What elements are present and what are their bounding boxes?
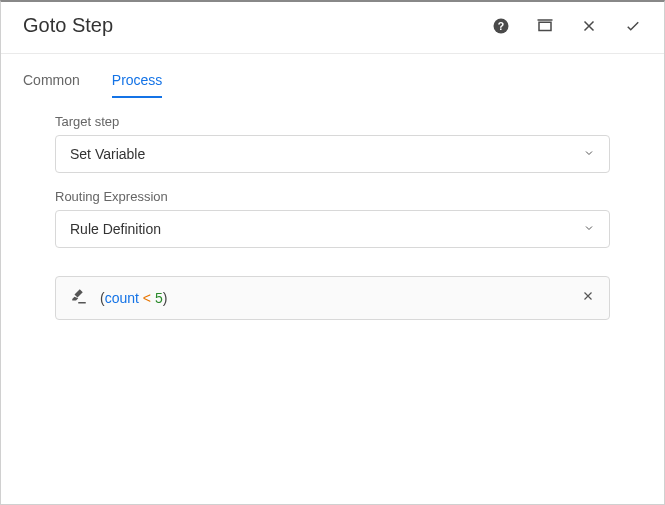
target-step-label: Target step: [55, 114, 610, 129]
chevron-down-icon: [583, 221, 595, 237]
svg-text:?: ?: [498, 19, 504, 31]
routing-expression-value: Rule Definition: [70, 221, 161, 237]
routing-expression-field: Routing Expression Rule Definition: [55, 189, 610, 248]
gavel-icon: [70, 287, 88, 309]
rule-operator: <: [143, 290, 151, 306]
routing-expression-dropdown[interactable]: Rule Definition: [55, 210, 610, 248]
rule-value: 5: [155, 290, 163, 306]
rule-row[interactable]: (count < 5): [55, 276, 610, 320]
rule-variable: count: [105, 290, 139, 306]
target-step-value: Set Variable: [70, 146, 145, 162]
help-icon[interactable]: ?: [492, 17, 510, 35]
tab-process[interactable]: Process: [112, 72, 163, 98]
rule-expression: (count < 5): [100, 290, 581, 306]
routing-expression-label: Routing Expression: [55, 189, 610, 204]
dialog-header: Goto Step ?: [1, 2, 664, 54]
tab-common[interactable]: Common: [23, 72, 80, 98]
chevron-down-icon: [583, 146, 595, 162]
target-step-dropdown[interactable]: Set Variable: [55, 135, 610, 173]
target-step-field: Target step Set Variable: [55, 114, 610, 173]
fullscreen-icon[interactable]: [536, 17, 554, 35]
content-area: Target step Set Variable Routing Express…: [1, 98, 664, 320]
rule-close-paren: ): [163, 290, 168, 306]
dialog-title: Goto Step: [23, 14, 113, 37]
svg-rect-2: [539, 22, 551, 30]
confirm-icon[interactable]: [624, 17, 642, 35]
remove-rule-icon[interactable]: [581, 289, 595, 307]
header-actions: ?: [492, 17, 642, 35]
tabs: Common Process: [1, 54, 664, 98]
close-icon[interactable]: [580, 17, 598, 35]
